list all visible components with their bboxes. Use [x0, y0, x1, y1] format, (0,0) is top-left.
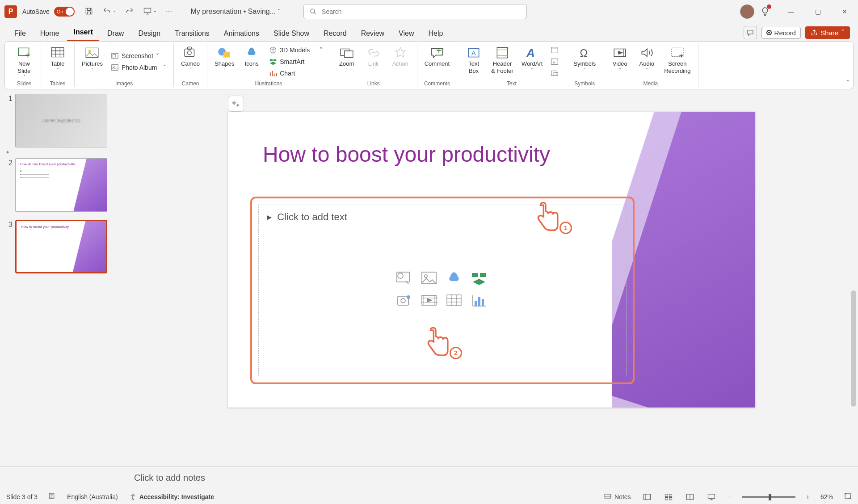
redo-icon[interactable]	[125, 7, 134, 17]
date-time-button[interactable]	[548, 45, 561, 55]
insert-cameo-icon[interactable]	[395, 293, 413, 308]
present-icon[interactable]: ˅	[143, 7, 157, 17]
svg-rect-7	[113, 55, 115, 57]
slide-number-button[interactable]: #	[548, 57, 561, 67]
3d-models-button[interactable]: 3D Models ˅	[266, 45, 325, 55]
collapse-ribbon-icon[interactable]: ˄	[846, 79, 850, 86]
tab-slide-show[interactable]: Slide Show	[267, 26, 315, 41]
thumbnail-2[interactable]: How AI can boost your productivity ■ ———…	[15, 158, 107, 212]
user-avatar[interactable]	[740, 4, 754, 19]
slide-counter[interactable]: Slide 3 of 3	[6, 493, 38, 500]
insert-picture-icon[interactable]	[420, 270, 438, 286]
slide-canvas[interactable]: How to boost your productivity ▸ Click t…	[228, 112, 755, 407]
share-button[interactable]: Share ˅	[805, 26, 850, 39]
video-button[interactable]: Video˅	[608, 44, 632, 75]
accessibility-button[interactable]: Accessibility: Investigate	[129, 493, 214, 501]
tab-animations[interactable]: Animations	[218, 26, 265, 41]
insert-chart-icon[interactable]	[470, 293, 488, 308]
svg-rect-8	[112, 65, 118, 71]
svg-rect-6	[112, 54, 118, 59]
thumbnail-3[interactable]: How to boost your productivity	[15, 220, 107, 273]
table-button[interactable]: Table˅	[46, 44, 70, 75]
tab-help[interactable]: Help	[422, 26, 450, 41]
tab-transitions[interactable]: Transitions	[168, 26, 216, 41]
reading-view-icon[interactable]	[685, 492, 695, 501]
copilot-button[interactable]	[228, 96, 244, 112]
pictures-button[interactable]: Pictures˅	[79, 44, 105, 75]
app-icon: P	[4, 5, 17, 18]
maximize-button[interactable]: ▢	[809, 4, 827, 19]
screen-recording-button[interactable]: Screen Recording	[661, 44, 693, 76]
zoom-level[interactable]: 62%	[820, 493, 833, 500]
symbols-button[interactable]: Ω Symbols˅	[571, 44, 598, 75]
vertical-scrollbar[interactable]	[849, 89, 857, 466]
notes-pane[interactable]: Click to add notes	[0, 466, 858, 489]
shapes-button[interactable]: Shapes˅	[212, 44, 237, 75]
insert-video-icon[interactable]	[420, 293, 438, 308]
insert-icon-icon[interactable]	[445, 270, 463, 286]
search-input[interactable]: Search	[303, 4, 527, 19]
language-button[interactable]: English (Australia)	[67, 493, 118, 500]
svg-point-5	[88, 50, 91, 53]
search-placeholder: Search	[322, 8, 341, 15]
comment-button[interactable]: Comment	[422, 44, 452, 69]
record-button[interactable]: Record	[761, 27, 801, 39]
icons-button[interactable]: Icons	[240, 44, 264, 69]
zoom-in-button[interactable]: +	[806, 493, 810, 500]
undo-icon[interactable]: ˅	[102, 7, 116, 17]
insert-table-icon[interactable]	[445, 293, 463, 308]
notes-placeholder: Click to add notes	[134, 473, 205, 483]
slideshow-view-icon[interactable]	[706, 492, 717, 501]
notes-toggle[interactable]: Notes	[604, 493, 631, 501]
insert-stock-image-icon[interactable]	[395, 270, 413, 286]
fit-to-window-icon[interactable]	[844, 492, 852, 501]
tab-home[interactable]: Home	[34, 26, 66, 41]
svg-point-32	[398, 273, 403, 278]
tab-insert[interactable]: Insert	[67, 25, 99, 41]
coming-soon-icon[interactable]	[760, 6, 770, 17]
svg-point-46	[132, 494, 133, 495]
chart-button[interactable]: Chart	[266, 68, 325, 78]
zoom-out-button[interactable]: −	[728, 493, 731, 500]
wordart-button[interactable]: A WordArt˅	[519, 44, 545, 75]
header-footer-button[interactable]: Header & Footer	[488, 44, 516, 76]
placeholder-text: Click to add text	[277, 211, 347, 223]
zoom-button[interactable]: Zoom˅	[335, 44, 359, 75]
normal-view-icon[interactable]	[642, 492, 652, 501]
thumbnail-1[interactable]: How to be productive	[15, 94, 107, 147]
svg-rect-50	[669, 494, 672, 496]
smartart-button[interactable]: SmartArt	[266, 57, 325, 67]
close-button[interactable]: ✕	[836, 4, 854, 19]
autosave-label: AutoSave	[22, 8, 50, 15]
tab-design[interactable]: Design	[132, 26, 167, 41]
svg-rect-3	[51, 47, 64, 57]
cameo-button[interactable]: Cameo˅	[178, 44, 202, 75]
tab-record[interactable]: Record	[317, 26, 353, 41]
audio-button[interactable]: Audio˅	[635, 44, 659, 75]
screenshot-button[interactable]: Screenshot ˅	[108, 51, 169, 61]
object-button[interactable]	[548, 68, 561, 78]
zoom-slider[interactable]	[742, 496, 795, 498]
tab-review[interactable]: Review	[355, 26, 391, 41]
sorter-view-icon[interactable]	[663, 492, 674, 501]
svg-point-39	[407, 295, 410, 299]
autosave-toggle[interactable]: On	[54, 7, 75, 17]
svg-rect-41	[447, 295, 461, 306]
insert-smartart-icon[interactable]	[470, 270, 488, 286]
tab-draw[interactable]: Draw	[101, 26, 130, 41]
comments-pane-button[interactable]	[744, 26, 757, 39]
tab-file[interactable]: File	[8, 26, 32, 41]
slide-editor[interactable]: How to boost your productivity ▸ Click t…	[125, 89, 858, 466]
slide-title[interactable]: How to boost your productivity	[263, 142, 550, 167]
minimize-button[interactable]: —	[782, 4, 800, 19]
new-slide-button[interactable]: New Slide˅	[12, 44, 36, 81]
svg-rect-2	[18, 48, 29, 55]
svg-point-11	[188, 51, 192, 55]
save-icon[interactable]	[84, 7, 93, 17]
photo-album-button[interactable]: Photo Album ˅	[108, 63, 169, 72]
spellcheck-icon[interactable]	[48, 492, 56, 501]
qat-more-icon[interactable]: ⋯	[166, 8, 172, 15]
tab-view[interactable]: View	[392, 26, 420, 41]
document-title[interactable]: My presentation • Saving... ˅	[191, 8, 281, 16]
text-box-button[interactable]: A Text Box	[462, 44, 486, 76]
